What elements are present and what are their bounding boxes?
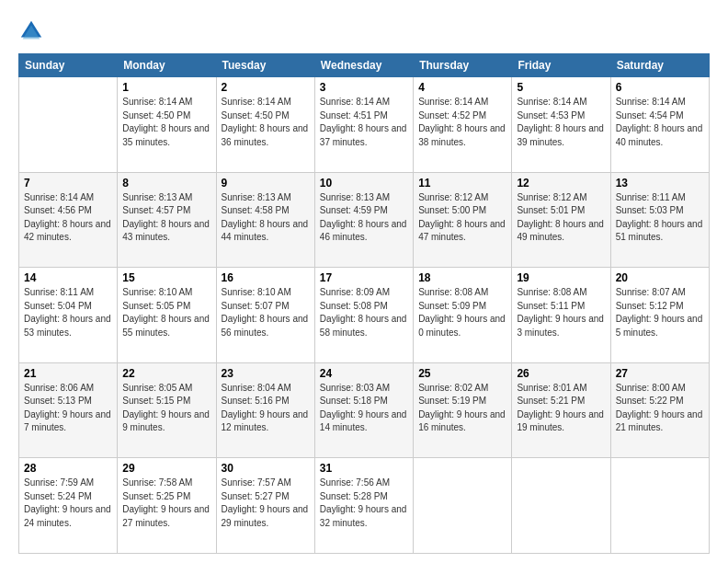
day-number: 11: [418, 177, 506, 190]
day-number: 28: [24, 462, 112, 475]
day-info: Sunrise: 8:02 AM Sunset: 5:19 PM Dayligh…: [418, 382, 506, 435]
day-info: Sunrise: 8:13 AM Sunset: 4:58 PM Dayligh…: [222, 191, 310, 245]
day-number: 4: [418, 81, 506, 94]
calendar-week-row: 7Sunrise: 8:14 AM Sunset: 4:56 PM Daylig…: [19, 172, 710, 268]
calendar-cell: 18Sunrise: 8:08 AM Sunset: 5:09 PM Dayli…: [414, 268, 512, 363]
day-number: 31: [320, 462, 408, 475]
day-info: Sunrise: 7:56 AM Sunset: 5:28 PM Dayligh…: [320, 477, 408, 530]
day-number: 9: [222, 177, 310, 190]
day-info: Sunrise: 8:01 AM Sunset: 5:21 PM Dayligh…: [517, 382, 605, 435]
calendar-cell: 1Sunrise: 8:14 AM Sunset: 4:50 PM Daylig…: [118, 77, 216, 173]
day-number: 6: [616, 81, 704, 94]
calendar-cell: 3Sunrise: 8:14 AM Sunset: 4:51 PM Daylig…: [314, 77, 413, 173]
day-number: 3: [320, 81, 408, 94]
day-number: 25: [418, 367, 506, 380]
day-number: 2: [222, 81, 310, 94]
calendar-header-saturday: Saturday: [610, 54, 709, 77]
day-info: Sunrise: 8:12 AM Sunset: 5:01 PM Dayligh…: [517, 191, 605, 245]
calendar-header-row: SundayMondayTuesdayWednesdayThursdayFrid…: [19, 54, 710, 77]
calendar-cell: 6Sunrise: 8:14 AM Sunset: 4:54 PM Daylig…: [610, 77, 709, 173]
calendar-cell: 23Sunrise: 8:04 AM Sunset: 5:16 PM Dayli…: [216, 362, 314, 458]
day-info: Sunrise: 7:59 AM Sunset: 5:24 PM Dayligh…: [24, 477, 112, 530]
day-info: Sunrise: 8:10 AM Sunset: 5:07 PM Dayligh…: [222, 286, 310, 339]
day-info: Sunrise: 8:14 AM Sunset: 4:50 PM Dayligh…: [122, 96, 210, 149]
day-number: 17: [320, 271, 408, 284]
calendar-cell: 29Sunrise: 7:58 AM Sunset: 5:25 PM Dayli…: [118, 458, 216, 554]
calendar-week-row: 1Sunrise: 8:14 AM Sunset: 4:50 PM Daylig…: [19, 77, 710, 173]
day-info: Sunrise: 8:06 AM Sunset: 5:13 PM Dayligh…: [24, 382, 112, 435]
calendar-cell: 9Sunrise: 8:13 AM Sunset: 4:58 PM Daylig…: [216, 172, 314, 268]
calendar-cell: 31Sunrise: 7:56 AM Sunset: 5:28 PM Dayli…: [314, 458, 413, 554]
day-info: Sunrise: 8:12 AM Sunset: 5:00 PM Dayligh…: [418, 191, 506, 245]
day-info: Sunrise: 8:14 AM Sunset: 4:54 PM Dayligh…: [616, 96, 704, 149]
day-info: Sunrise: 8:11 AM Sunset: 5:03 PM Dayligh…: [616, 191, 704, 245]
day-number: 20: [616, 271, 704, 284]
calendar-cell: 20Sunrise: 8:07 AM Sunset: 5:12 PM Dayli…: [610, 268, 709, 363]
page: SundayMondayTuesdayWednesdayThursdayFrid…: [0, 0, 728, 563]
calendar-cell: 26Sunrise: 8:01 AM Sunset: 5:21 PM Dayli…: [512, 362, 610, 458]
calendar-header-friday: Friday: [512, 54, 610, 77]
day-number: 30: [222, 462, 310, 475]
day-info: Sunrise: 8:10 AM Sunset: 5:05 PM Dayligh…: [122, 286, 210, 339]
calendar-cell: 4Sunrise: 8:14 AM Sunset: 4:52 PM Daylig…: [414, 77, 512, 173]
calendar-cell: 30Sunrise: 7:57 AM Sunset: 5:27 PM Dayli…: [216, 458, 314, 554]
calendar-table: SundayMondayTuesdayWednesdayThursdayFrid…: [18, 53, 710, 554]
calendar-header-sunday: Sunday: [19, 54, 118, 77]
day-number: 15: [122, 271, 210, 284]
day-info: Sunrise: 8:07 AM Sunset: 5:12 PM Dayligh…: [616, 286, 704, 339]
day-number: 23: [222, 367, 310, 380]
calendar-cell: 25Sunrise: 8:02 AM Sunset: 5:19 PM Dayli…: [414, 362, 512, 458]
header: [18, 18, 710, 44]
calendar-cell: 7Sunrise: 8:14 AM Sunset: 4:56 PM Daylig…: [19, 172, 118, 268]
calendar-cell: 27Sunrise: 8:00 AM Sunset: 5:22 PM Dayli…: [610, 362, 709, 458]
day-number: 12: [517, 177, 605, 190]
day-info: Sunrise: 7:57 AM Sunset: 5:27 PM Dayligh…: [222, 477, 310, 530]
day-number: 18: [418, 271, 506, 284]
day-number: 27: [616, 367, 704, 380]
calendar-cell: 17Sunrise: 8:09 AM Sunset: 5:08 PM Dayli…: [314, 268, 413, 363]
day-info: Sunrise: 8:04 AM Sunset: 5:16 PM Dayligh…: [222, 382, 310, 435]
day-info: Sunrise: 8:08 AM Sunset: 5:09 PM Dayligh…: [418, 286, 506, 339]
calendar-cell: 16Sunrise: 8:10 AM Sunset: 5:07 PM Dayli…: [216, 268, 314, 363]
day-info: Sunrise: 8:09 AM Sunset: 5:08 PM Dayligh…: [320, 286, 408, 339]
calendar-cell: 19Sunrise: 8:08 AM Sunset: 5:11 PM Dayli…: [512, 268, 610, 363]
calendar-cell: [414, 458, 512, 554]
calendar-cell: [19, 77, 118, 173]
calendar-cell: 8Sunrise: 8:13 AM Sunset: 4:57 PM Daylig…: [118, 172, 216, 268]
day-info: Sunrise: 8:14 AM Sunset: 4:50 PM Dayligh…: [222, 96, 310, 149]
calendar-header-tuesday: Tuesday: [216, 54, 314, 77]
calendar-header-monday: Monday: [118, 54, 216, 77]
calendar-header-wednesday: Wednesday: [314, 54, 413, 77]
day-number: 24: [320, 367, 408, 380]
calendar-week-row: 21Sunrise: 8:06 AM Sunset: 5:13 PM Dayli…: [19, 362, 710, 458]
calendar-cell: [512, 458, 610, 554]
day-info: Sunrise: 8:05 AM Sunset: 5:15 PM Dayligh…: [122, 382, 210, 435]
day-number: 16: [222, 271, 310, 284]
calendar-cell: 11Sunrise: 8:12 AM Sunset: 5:00 PM Dayli…: [414, 172, 512, 268]
day-number: 19: [517, 271, 605, 284]
calendar-cell: 10Sunrise: 8:13 AM Sunset: 4:59 PM Dayli…: [314, 172, 413, 268]
calendar-cell: 13Sunrise: 8:11 AM Sunset: 5:03 PM Dayli…: [610, 172, 709, 268]
logo-icon: [18, 18, 44, 44]
calendar-cell: 24Sunrise: 8:03 AM Sunset: 5:18 PM Dayli…: [314, 362, 413, 458]
day-info: Sunrise: 8:11 AM Sunset: 5:04 PM Dayligh…: [24, 286, 112, 339]
day-info: Sunrise: 8:14 AM Sunset: 4:53 PM Dayligh…: [517, 96, 605, 149]
logo: [18, 18, 48, 44]
calendar-cell: 28Sunrise: 7:59 AM Sunset: 5:24 PM Dayli…: [19, 458, 118, 554]
day-number: 13: [616, 177, 704, 190]
day-info: Sunrise: 8:03 AM Sunset: 5:18 PM Dayligh…: [320, 382, 408, 435]
day-info: Sunrise: 8:14 AM Sunset: 4:56 PM Dayligh…: [24, 191, 112, 245]
day-number: 8: [122, 177, 210, 190]
calendar-week-row: 28Sunrise: 7:59 AM Sunset: 5:24 PM Dayli…: [19, 458, 710, 554]
day-info: Sunrise: 7:58 AM Sunset: 5:25 PM Dayligh…: [122, 477, 210, 530]
day-number: 26: [517, 367, 605, 380]
day-number: 7: [24, 177, 112, 190]
day-info: Sunrise: 8:14 AM Sunset: 4:52 PM Dayligh…: [418, 96, 506, 149]
calendar-cell: [610, 458, 709, 554]
calendar-cell: 14Sunrise: 8:11 AM Sunset: 5:04 PM Dayli…: [19, 268, 118, 363]
calendar-week-row: 14Sunrise: 8:11 AM Sunset: 5:04 PM Dayli…: [19, 268, 710, 363]
day-number: 14: [24, 271, 112, 284]
calendar-cell: 12Sunrise: 8:12 AM Sunset: 5:01 PM Dayli…: [512, 172, 610, 268]
day-info: Sunrise: 8:13 AM Sunset: 4:59 PM Dayligh…: [320, 191, 408, 245]
day-number: 5: [517, 81, 605, 94]
